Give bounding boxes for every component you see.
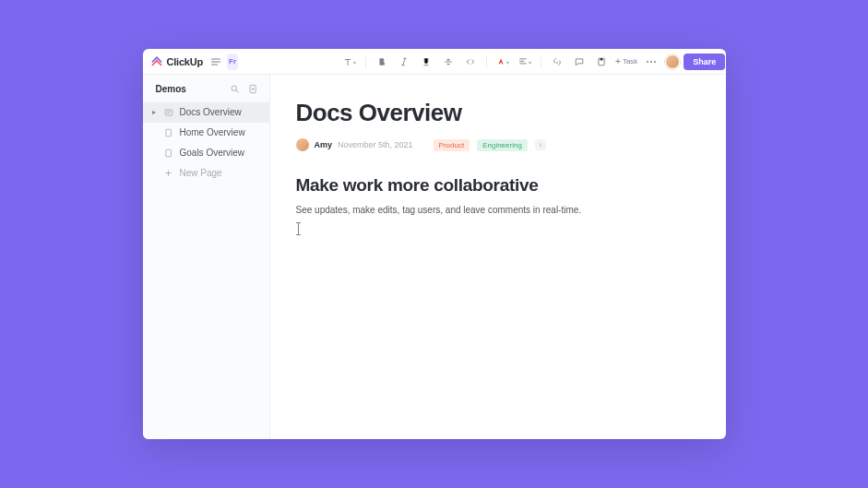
text-cursor-icon [298, 222, 299, 235]
user-avatar[interactable] [665, 54, 680, 69]
bold-button[interactable] [374, 54, 390, 70]
add-page-icon[interactable] [247, 82, 260, 95]
sidebar-header: Demos [143, 75, 269, 102]
menu-toggle-icon[interactable] [210, 54, 221, 70]
sidebar-item-docs-overview[interactable]: ▸ Docs Overview [143, 102, 269, 123]
sidebar-new-page[interactable]: ▸ + New Page [143, 163, 269, 184]
more-button[interactable] [643, 54, 660, 70]
document-paragraph[interactable]: See updates, make edits, tag users, and … [296, 205, 671, 215]
plus-icon: + [163, 168, 174, 179]
svg-rect-10 [165, 149, 171, 157]
editor-toolbar: ▾ ▾ ▾ +Task [341, 54, 660, 70]
text-color-dropdown[interactable]: ▾ [494, 54, 511, 70]
link-button[interactable] [549, 54, 565, 70]
underline-button[interactable] [418, 54, 434, 70]
sidebar-item-goals-overview[interactable]: ▸ Goals Overview [143, 143, 269, 163]
brand-logo[interactable]: ClickUp [150, 55, 204, 68]
sidebar-item-home-overview[interactable]: ▸ Home Overview [143, 123, 269, 143]
svg-rect-9 [165, 129, 171, 137]
add-tag-button[interactable]: › [535, 139, 546, 150]
tag-engineering[interactable]: Engineering [477, 139, 528, 151]
document-heading[interactable]: Make work more collaborative [296, 175, 671, 196]
attachment-button[interactable] [593, 54, 610, 70]
svg-point-2 [650, 61, 652, 63]
sidebar-collapse-button[interactable]: Fr [227, 54, 238, 70]
page-icon [163, 149, 174, 158]
svg-point-6 [232, 86, 237, 91]
brand-name: ClickUp [167, 56, 204, 67]
sidebar-title: Demos [156, 84, 223, 94]
page-icon [163, 108, 174, 117]
svg-point-3 [654, 61, 656, 63]
author-avatar[interactable] [296, 138, 309, 151]
top-bar-right: Share [665, 54, 725, 70]
top-bar: ClickUp Fr ▾ ▾ ▾ [143, 49, 726, 75]
document-area[interactable]: Docs Overview Amy November 5th, 2021 Pro… [270, 75, 726, 439]
align-dropdown[interactable]: ▾ [517, 54, 533, 70]
tag-product[interactable]: Product [434, 139, 470, 151]
svg-point-1 [647, 61, 648, 63]
sidebar: Demos ▸ Docs Overview ▸ Home Overview ▸ [143, 75, 270, 439]
add-task-button[interactable]: +Task [615, 57, 637, 66]
comment-button[interactable] [571, 54, 588, 70]
document-date: November 5th, 2021 [338, 140, 413, 149]
author-name: Amy [315, 140, 333, 149]
document-title[interactable]: Docs Overview [296, 99, 671, 127]
code-button[interactable] [462, 54, 479, 70]
app-window: ClickUp Fr ▾ ▾ ▾ [143, 49, 726, 439]
share-button[interactable]: Share [684, 54, 725, 70]
strikethrough-button[interactable] [440, 54, 457, 70]
clickup-logo-icon [150, 55, 163, 68]
search-icon[interactable] [229, 82, 242, 95]
page-icon [163, 128, 174, 137]
sidebar-page-list: ▸ Docs Overview ▸ Home Overview ▸ Goals … [143, 102, 269, 184]
chevron-right-icon[interactable]: ▸ [150, 107, 158, 117]
svg-rect-8 [165, 110, 172, 115]
document-meta: Amy November 5th, 2021 Product Engineeri… [296, 138, 671, 151]
italic-button[interactable] [396, 54, 412, 70]
text-style-dropdown[interactable]: ▾ [341, 54, 358, 70]
